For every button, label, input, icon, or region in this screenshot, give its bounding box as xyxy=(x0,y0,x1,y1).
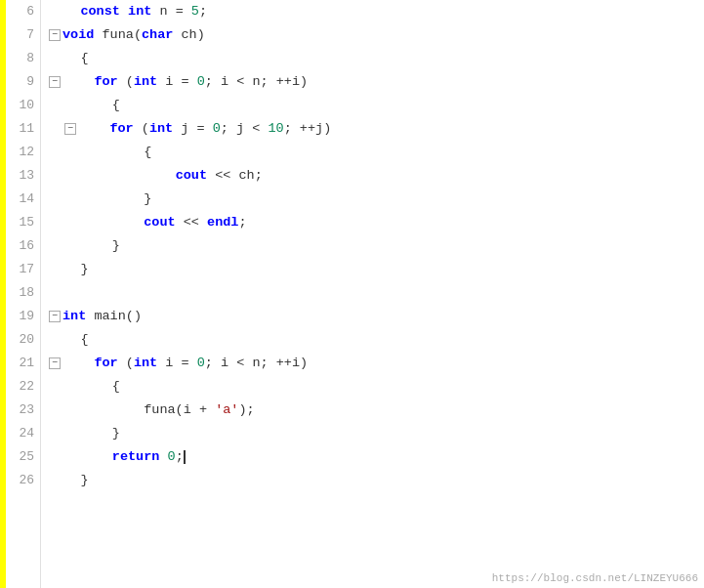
line-num-10: 10 xyxy=(6,94,40,117)
line-num-16: 16 xyxy=(6,234,40,258)
code-line-11: − for (int j = 0; j < 10; ++j) xyxy=(49,117,704,141)
code-line-6: const int n = 5; xyxy=(49,0,704,23)
code-line-7: −void funa(char ch) xyxy=(49,23,704,47)
code-line-26: } xyxy=(49,469,704,492)
fold-btn-9[interactable]: − xyxy=(49,76,61,88)
line-num-18: 18 xyxy=(6,281,40,305)
code-line-22: { xyxy=(49,375,704,399)
fold-btn-7[interactable]: − xyxy=(49,29,61,41)
code-line-23: funa(i + 'a'); xyxy=(49,399,704,422)
line-num-17: 17 xyxy=(6,258,40,281)
code-editor: 6 7 8 9 10 11 12 13 14 15 16 17 18 19 20… xyxy=(0,0,704,588)
code-line-19: −int main() xyxy=(49,305,704,328)
line-num-26: 26 xyxy=(6,469,40,492)
line-num-6: 6 xyxy=(6,0,40,23)
line-num-11: 11 xyxy=(6,117,40,141)
fold-btn-21[interactable]: − xyxy=(49,357,61,369)
fold-btn-19[interactable]: − xyxy=(49,311,61,322)
code-line-25: return 0; xyxy=(49,445,704,469)
code-line-8: { xyxy=(49,47,704,70)
line-numbers: 6 7 8 9 10 11 12 13 14 15 16 17 18 19 20… xyxy=(6,0,41,588)
code-line-13: cout << ch; xyxy=(49,164,704,188)
code-line-12: { xyxy=(49,141,704,164)
code-line-17: } xyxy=(49,258,704,281)
line-num-14: 14 xyxy=(6,188,40,211)
code-line-14: } xyxy=(49,188,704,211)
line-num-12: 12 xyxy=(6,141,40,164)
line-num-13: 13 xyxy=(6,164,40,188)
line-num-22: 22 xyxy=(6,375,40,399)
line-num-21: 21 xyxy=(6,352,40,375)
watermark: https://blog.csdn.net/LINZEYU666 xyxy=(492,572,698,584)
code-line-18 xyxy=(49,281,704,305)
line-num-9: 9 xyxy=(6,70,40,94)
code-line-21: − for (int i = 0; i < n; ++i) xyxy=(49,352,704,375)
line-num-15: 15 xyxy=(6,211,40,234)
code-line-15: cout << endl; xyxy=(49,211,704,234)
line-num-23: 23 xyxy=(6,399,40,422)
line-num-7: 7 xyxy=(6,23,40,47)
line-num-24: 24 xyxy=(6,422,40,445)
text-cursor xyxy=(184,450,186,464)
code-line-24: } xyxy=(49,422,704,445)
line-num-25: 25 xyxy=(6,445,40,469)
code-area[interactable]: const int n = 5; −void funa(char ch) { −… xyxy=(41,0,704,588)
code-line-20: { xyxy=(49,328,704,352)
line-num-8: 8 xyxy=(6,47,40,70)
line-num-20: 20 xyxy=(6,328,40,352)
line-num-19: 19 xyxy=(6,305,40,328)
code-line-16: } xyxy=(49,234,704,258)
code-line-10: { xyxy=(49,94,704,117)
code-line-9: − for (int i = 0; i < n; ++i) xyxy=(49,70,704,94)
fold-btn-11[interactable]: − xyxy=(64,123,76,135)
